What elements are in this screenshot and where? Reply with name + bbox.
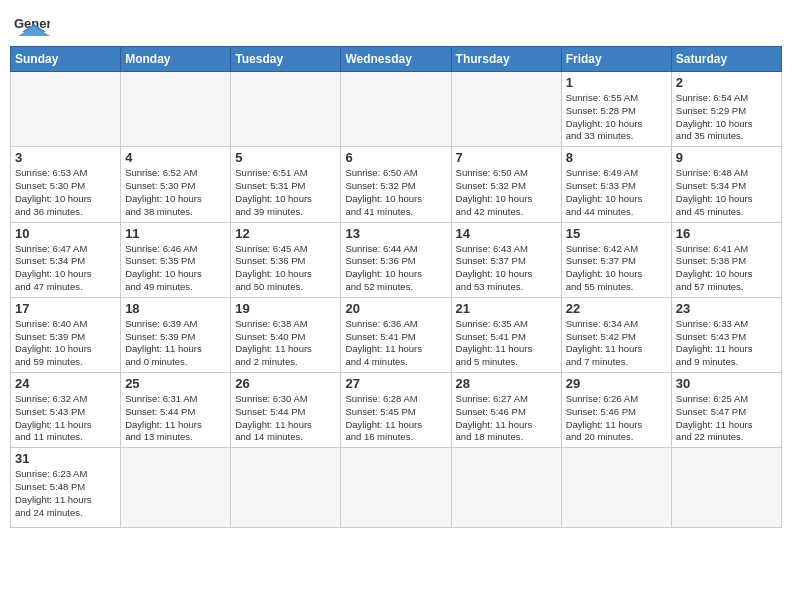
- calendar-header-row: SundayMondayTuesdayWednesdayThursdayFrid…: [11, 47, 782, 72]
- calendar-cell: [231, 448, 341, 528]
- calendar-cell: [671, 448, 781, 528]
- calendar-cell: [341, 448, 451, 528]
- day-info: Sunrise: 6:48 AM Sunset: 5:34 PM Dayligh…: [676, 167, 777, 218]
- day-number: 25: [125, 376, 226, 391]
- day-number: 7: [456, 150, 557, 165]
- calendar-cell: [451, 448, 561, 528]
- day-info: Sunrise: 6:30 AM Sunset: 5:44 PM Dayligh…: [235, 393, 336, 444]
- day-info: Sunrise: 6:45 AM Sunset: 5:36 PM Dayligh…: [235, 243, 336, 294]
- day-info: Sunrise: 6:27 AM Sunset: 5:46 PM Dayligh…: [456, 393, 557, 444]
- day-info: Sunrise: 6:46 AM Sunset: 5:35 PM Dayligh…: [125, 243, 226, 294]
- calendar-cell: 23Sunrise: 6:33 AM Sunset: 5:43 PM Dayli…: [671, 297, 781, 372]
- calendar-cell: 13Sunrise: 6:44 AM Sunset: 5:36 PM Dayli…: [341, 222, 451, 297]
- calendar-cell: 31Sunrise: 6:23 AM Sunset: 5:48 PM Dayli…: [11, 448, 121, 528]
- day-info: Sunrise: 6:38 AM Sunset: 5:40 PM Dayligh…: [235, 318, 336, 369]
- calendar-cell: 27Sunrise: 6:28 AM Sunset: 5:45 PM Dayli…: [341, 373, 451, 448]
- calendar-cell: 24Sunrise: 6:32 AM Sunset: 5:43 PM Dayli…: [11, 373, 121, 448]
- day-number: 24: [15, 376, 116, 391]
- day-info: Sunrise: 6:26 AM Sunset: 5:46 PM Dayligh…: [566, 393, 667, 444]
- day-number: 11: [125, 226, 226, 241]
- day-number: 2: [676, 75, 777, 90]
- calendar-cell: 17Sunrise: 6:40 AM Sunset: 5:39 PM Dayli…: [11, 297, 121, 372]
- weekday-header-friday: Friday: [561, 47, 671, 72]
- day-info: Sunrise: 6:35 AM Sunset: 5:41 PM Dayligh…: [456, 318, 557, 369]
- calendar-week-row: 1Sunrise: 6:55 AM Sunset: 5:28 PM Daylig…: [11, 72, 782, 147]
- calendar-cell: 5Sunrise: 6:51 AM Sunset: 5:31 PM Daylig…: [231, 147, 341, 222]
- day-number: 12: [235, 226, 336, 241]
- calendar-cell: 2Sunrise: 6:54 AM Sunset: 5:29 PM Daylig…: [671, 72, 781, 147]
- day-number: 31: [15, 451, 116, 466]
- day-info: Sunrise: 6:49 AM Sunset: 5:33 PM Dayligh…: [566, 167, 667, 218]
- day-number: 6: [345, 150, 446, 165]
- day-info: Sunrise: 6:41 AM Sunset: 5:38 PM Dayligh…: [676, 243, 777, 294]
- day-info: Sunrise: 6:31 AM Sunset: 5:44 PM Dayligh…: [125, 393, 226, 444]
- day-info: Sunrise: 6:44 AM Sunset: 5:36 PM Dayligh…: [345, 243, 446, 294]
- day-info: Sunrise: 6:34 AM Sunset: 5:42 PM Dayligh…: [566, 318, 667, 369]
- day-number: 20: [345, 301, 446, 316]
- calendar-week-row: 24Sunrise: 6:32 AM Sunset: 5:43 PM Dayli…: [11, 373, 782, 448]
- calendar-cell: [561, 448, 671, 528]
- day-info: Sunrise: 6:51 AM Sunset: 5:31 PM Dayligh…: [235, 167, 336, 218]
- calendar-week-row: 17Sunrise: 6:40 AM Sunset: 5:39 PM Dayli…: [11, 297, 782, 372]
- calendar-cell: 1Sunrise: 6:55 AM Sunset: 5:28 PM Daylig…: [561, 72, 671, 147]
- day-number: 30: [676, 376, 777, 391]
- day-number: 9: [676, 150, 777, 165]
- day-number: 29: [566, 376, 667, 391]
- calendar-cell: [121, 72, 231, 147]
- day-number: 16: [676, 226, 777, 241]
- day-number: 21: [456, 301, 557, 316]
- day-number: 26: [235, 376, 336, 391]
- day-info: Sunrise: 6:42 AM Sunset: 5:37 PM Dayligh…: [566, 243, 667, 294]
- day-number: 28: [456, 376, 557, 391]
- calendar-cell: [451, 72, 561, 147]
- day-number: 22: [566, 301, 667, 316]
- day-number: 4: [125, 150, 226, 165]
- calendar-table: SundayMondayTuesdayWednesdayThursdayFrid…: [10, 46, 782, 528]
- calendar-week-row: 31Sunrise: 6:23 AM Sunset: 5:48 PM Dayli…: [11, 448, 782, 528]
- day-info: Sunrise: 6:50 AM Sunset: 5:32 PM Dayligh…: [456, 167, 557, 218]
- calendar-week-row: 3Sunrise: 6:53 AM Sunset: 5:30 PM Daylig…: [11, 147, 782, 222]
- day-info: Sunrise: 6:55 AM Sunset: 5:28 PM Dayligh…: [566, 92, 667, 143]
- calendar-cell: 15Sunrise: 6:42 AM Sunset: 5:37 PM Dayli…: [561, 222, 671, 297]
- weekday-header-tuesday: Tuesday: [231, 47, 341, 72]
- day-number: 13: [345, 226, 446, 241]
- calendar-cell: [341, 72, 451, 147]
- day-info: Sunrise: 6:52 AM Sunset: 5:30 PM Dayligh…: [125, 167, 226, 218]
- day-info: Sunrise: 6:25 AM Sunset: 5:47 PM Dayligh…: [676, 393, 777, 444]
- calendar-cell: 4Sunrise: 6:52 AM Sunset: 5:30 PM Daylig…: [121, 147, 231, 222]
- calendar-cell: 12Sunrise: 6:45 AM Sunset: 5:36 PM Dayli…: [231, 222, 341, 297]
- generalblue-logo-icon: General: [14, 10, 50, 40]
- day-info: Sunrise: 6:47 AM Sunset: 5:34 PM Dayligh…: [15, 243, 116, 294]
- calendar-cell: 11Sunrise: 6:46 AM Sunset: 5:35 PM Dayli…: [121, 222, 231, 297]
- day-number: 18: [125, 301, 226, 316]
- day-info: Sunrise: 6:39 AM Sunset: 5:39 PM Dayligh…: [125, 318, 226, 369]
- day-info: Sunrise: 6:36 AM Sunset: 5:41 PM Dayligh…: [345, 318, 446, 369]
- day-info: Sunrise: 6:32 AM Sunset: 5:43 PM Dayligh…: [15, 393, 116, 444]
- day-info: Sunrise: 6:33 AM Sunset: 5:43 PM Dayligh…: [676, 318, 777, 369]
- calendar-cell: 29Sunrise: 6:26 AM Sunset: 5:46 PM Dayli…: [561, 373, 671, 448]
- calendar-week-row: 10Sunrise: 6:47 AM Sunset: 5:34 PM Dayli…: [11, 222, 782, 297]
- calendar-cell: 16Sunrise: 6:41 AM Sunset: 5:38 PM Dayli…: [671, 222, 781, 297]
- day-number: 23: [676, 301, 777, 316]
- day-number: 15: [566, 226, 667, 241]
- calendar-cell: [11, 72, 121, 147]
- calendar-cell: [231, 72, 341, 147]
- day-info: Sunrise: 6:50 AM Sunset: 5:32 PM Dayligh…: [345, 167, 446, 218]
- day-number: 17: [15, 301, 116, 316]
- calendar-cell: 8Sunrise: 6:49 AM Sunset: 5:33 PM Daylig…: [561, 147, 671, 222]
- day-number: 1: [566, 75, 667, 90]
- day-number: 8: [566, 150, 667, 165]
- calendar-cell: 18Sunrise: 6:39 AM Sunset: 5:39 PM Dayli…: [121, 297, 231, 372]
- day-number: 5: [235, 150, 336, 165]
- calendar-cell: 3Sunrise: 6:53 AM Sunset: 5:30 PM Daylig…: [11, 147, 121, 222]
- weekday-header-wednesday: Wednesday: [341, 47, 451, 72]
- day-info: Sunrise: 6:40 AM Sunset: 5:39 PM Dayligh…: [15, 318, 116, 369]
- day-number: 10: [15, 226, 116, 241]
- calendar-cell: 7Sunrise: 6:50 AM Sunset: 5:32 PM Daylig…: [451, 147, 561, 222]
- calendar-cell: [121, 448, 231, 528]
- calendar-cell: 28Sunrise: 6:27 AM Sunset: 5:46 PM Dayli…: [451, 373, 561, 448]
- calendar-cell: 6Sunrise: 6:50 AM Sunset: 5:32 PM Daylig…: [341, 147, 451, 222]
- day-number: 19: [235, 301, 336, 316]
- page-header: General: [10, 10, 782, 40]
- calendar-cell: 14Sunrise: 6:43 AM Sunset: 5:37 PM Dayli…: [451, 222, 561, 297]
